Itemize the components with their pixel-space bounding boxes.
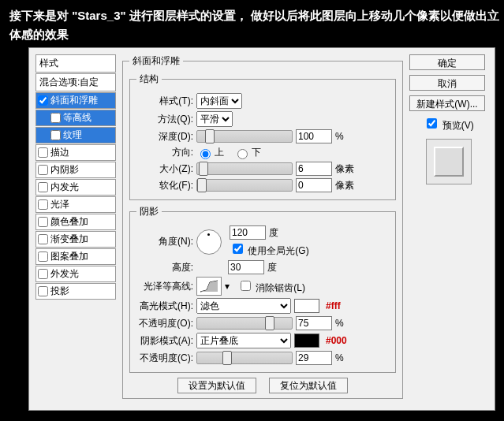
px-unit: 像素 — [335, 162, 354, 176]
style-list: 样式 混合选项:自定 斜面和浮雕等高线纹理描边内阴影内发光光泽颜色叠加渐变叠加图… — [35, 54, 116, 404]
shading-legend: 阴影 — [136, 205, 162, 218]
highlight-opacity-slider[interactable] — [196, 317, 293, 330]
ok-button[interactable]: 确定 — [409, 54, 485, 70]
altitude-label: 高度: — [136, 261, 193, 274]
structure-legend: 结构 — [136, 73, 162, 86]
global-light-checkbox[interactable]: 使用全局光(G) — [230, 241, 309, 258]
highlight-annot: #fff — [326, 300, 341, 311]
style-item-内阴影[interactable]: 内阴影 — [35, 162, 116, 178]
style-item-纹理[interactable]: 纹理 — [35, 127, 116, 143]
size-input[interactable] — [296, 162, 332, 176]
technique-select[interactable]: 平滑 — [196, 111, 233, 127]
style-item-等高线[interactable]: 等高线 — [35, 110, 116, 126]
style-item-渐变叠加[interactable]: 渐变叠加 — [35, 231, 116, 248]
size-slider[interactable] — [196, 162, 293, 175]
highlight-mode-label: 高光模式(H): — [136, 300, 193, 313]
highlight-color-swatch[interactable] — [294, 299, 319, 313]
deg-unit: 度 — [269, 226, 278, 240]
chevron-down-icon[interactable]: ▾ — [225, 281, 230, 292]
gloss-contour-label: 光泽等高线: — [136, 280, 193, 293]
shadow-mode-label: 阴影模式(A): — [136, 334, 193, 348]
bevel-emboss-group: 斜面和浮雕 结构 样式(T): 内斜面 方法(Q): 平滑 深度(D): % 方… — [122, 54, 403, 399]
direction-label: 方向: — [136, 146, 193, 159]
direction-up-radio[interactable]: 上 — [196, 146, 224, 159]
caption-text: 接下来是对 "Stars_3" 进行图层样式的设置， 做好以后将此图层向上移动几… — [0, 0, 504, 47]
make-default-button[interactable]: 设置为默认值 — [177, 378, 256, 393]
bevel-emboss-legend: 斜面和浮雕 — [129, 54, 183, 68]
preview-checkbox[interactable]: 预览(V) — [409, 116, 488, 132]
angle-input[interactable] — [230, 225, 266, 240]
size-label: 大小(Z): — [136, 162, 193, 176]
preview-thumbnail — [426, 139, 472, 184]
depth-input[interactable] — [296, 129, 332, 143]
style-item-颜色叠加[interactable]: 颜色叠加 — [35, 214, 116, 230]
shadow-color-swatch[interactable] — [294, 333, 319, 348]
angle-dial[interactable] — [196, 229, 222, 255]
style-list-header: 样式 — [35, 54, 116, 73]
highlight-opacity-label: 不透明度(O): — [136, 317, 193, 330]
style-item-内发光[interactable]: 内发光 — [35, 179, 116, 196]
altitude-input[interactable] — [228, 260, 264, 274]
deg-unit-2: 度 — [267, 261, 277, 274]
style-item-投影[interactable]: 投影 — [35, 283, 116, 300]
pct-unit: % — [335, 131, 344, 142]
new-style-button[interactable]: 新建样式(W)... — [409, 95, 485, 111]
shadow-opacity-label: 不透明度(C): — [136, 352, 193, 365]
style-label: 样式(T): — [136, 95, 193, 108]
antialias-checkbox[interactable]: 消除锯齿(L) — [237, 278, 305, 295]
shadow-annot: #000 — [326, 335, 347, 346]
shadow-opacity-slider[interactable] — [196, 352, 293, 364]
shadow-mode-select[interactable]: 正片叠底 — [196, 333, 291, 348]
direction-down-radio[interactable]: 下 — [233, 146, 261, 159]
shadow-opacity-input[interactable] — [296, 351, 332, 365]
style-item-描边[interactable]: 描边 — [35, 144, 116, 161]
px-unit-2: 像素 — [335, 179, 354, 192]
shading-group: 阴影 角度(N): 度 使用全局光(G) 高度: 度 — [129, 205, 396, 373]
depth-label: 深度(D): — [136, 130, 193, 143]
style-item-光泽[interactable]: 光泽 — [35, 196, 116, 213]
layer-style-dialog: 样式 混合选项:自定 斜面和浮雕等高线纹理描边内阴影内发光光泽颜色叠加渐变叠加图… — [28, 47, 495, 411]
angle-label: 角度(N): — [136, 235, 193, 248]
style-select[interactable]: 内斜面 — [196, 93, 242, 109]
soften-label: 软化(F): — [136, 179, 193, 192]
depth-slider[interactable] — [196, 130, 293, 143]
highlight-mode-select[interactable]: 滤色 — [196, 298, 291, 314]
style-item-斜面和浮雕[interactable]: 斜面和浮雕 — [35, 92, 116, 109]
blending-options[interactable]: 混合选项:自定 — [35, 73, 116, 91]
pct-unit-2: % — [335, 318, 344, 329]
technique-label: 方法(Q): — [136, 113, 193, 126]
highlight-opacity-input[interactable] — [296, 316, 332, 330]
soften-input[interactable] — [296, 178, 332, 192]
structure-group: 结构 样式(T): 内斜面 方法(Q): 平滑 深度(D): % 方向: 上 下… — [129, 73, 396, 200]
reset-default-button[interactable]: 复位为默认值 — [269, 378, 348, 393]
style-item-外发光[interactable]: 外发光 — [35, 266, 116, 282]
cancel-button[interactable]: 取消 — [409, 75, 485, 91]
style-item-图案叠加[interactable]: 图案叠加 — [35, 248, 116, 265]
gloss-contour-picker[interactable] — [196, 277, 222, 296]
soften-slider[interactable] — [196, 179, 293, 192]
pct-unit-3: % — [335, 352, 344, 363]
